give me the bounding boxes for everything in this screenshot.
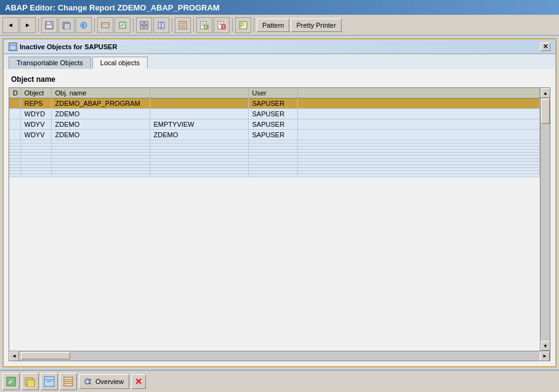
button-7[interactable] (153, 17, 169, 33)
cell-objname: ZDEMO (51, 119, 150, 130)
scroll-track-vertical[interactable] (541, 98, 550, 341)
vertical-scrollbar: ▲ ▼ (540, 88, 550, 351)
svg-rect-12 (145, 22, 148, 25)
table-row[interactable]: WDYD ZDEMO SAPUSER (9, 109, 540, 119)
horizontal-scrollbar: ◄ ► (9, 351, 550, 361)
cell-objname: ZDEMO_ABAP_PROGRAM (51, 98, 150, 109)
toolbar: ◄ ► i (0, 15, 559, 36)
table-scroll[interactable]: D Object Obj. name User (9, 88, 540, 351)
dialog-title-text: Inactive Objects for SAPUSER (20, 43, 117, 50)
cell-col4: EMPTYVIEW (150, 119, 248, 130)
dialog-title-container: Inactive Objects for SAPUSER (9, 42, 117, 51)
icon-3: i (79, 20, 89, 30)
scroll-up-button[interactable]: ▲ (541, 88, 550, 98)
separator-2 (94, 18, 95, 32)
svg-rect-34 (10, 44, 16, 50)
icon-5: ✓ (118, 20, 127, 30)
svg-rect-11 (140, 22, 143, 25)
svg-text:✓: ✓ (120, 22, 125, 28)
table-row-empty (9, 174, 540, 177)
col-header-user: User (248, 88, 297, 98)
pattern-button[interactable]: Pattern (257, 18, 289, 32)
svg-rect-13 (140, 26, 143, 29)
data-table: D Object Obj. name User (9, 88, 540, 177)
svg-rect-15 (158, 22, 161, 28)
cell-objname: ZDEMO (51, 109, 150, 119)
cell-col4 (150, 109, 248, 119)
scroll-thumb-vertical[interactable] (541, 99, 550, 124)
icon-7 (156, 20, 166, 30)
scroll-thumb-horizontal[interactable] (21, 352, 70, 359)
section-header: Object name (9, 74, 550, 85)
separator-5 (193, 18, 194, 32)
button-5[interactable]: ✓ (115, 17, 131, 33)
table-row[interactable]: WDYV ZDEMO EMPTYVIEW SAPUSER (9, 119, 540, 130)
separator-6 (232, 18, 233, 32)
status-btn-4[interactable] (60, 373, 77, 390)
col-header-d: D (9, 88, 20, 98)
overview-button[interactable]: Overview (79, 374, 129, 389)
tab-bar: Transportable Objects Local objects (4, 54, 555, 69)
table-wrapper: D Object Obj. name User (9, 87, 550, 361)
button-10[interactable]: ! (214, 17, 230, 33)
scroll-left-button[interactable]: ◄ (9, 351, 19, 361)
cell-object: WDYV (20, 130, 51, 140)
separator-1 (38, 18, 39, 32)
tab-local[interactable]: Local objects (92, 57, 148, 69)
button-9[interactable]: ✓ (196, 17, 212, 33)
cell-d (9, 98, 20, 109)
cell-user: SAPUSER (248, 130, 297, 140)
svg-rect-14 (145, 26, 148, 29)
cell-user: SAPUSER (248, 119, 297, 130)
back-button[interactable]: ◄ (2, 17, 18, 33)
cell-user: SAPUSER (248, 98, 297, 109)
overview-label: Overview (95, 378, 124, 385)
scroll-right-button[interactable]: ► (540, 351, 550, 361)
table-container: Object name (4, 69, 555, 366)
back-icon: ◄ (6, 20, 15, 30)
scroll-track-horizontal[interactable] (20, 352, 539, 361)
cell-d (9, 119, 20, 130)
icon-4 (100, 20, 110, 30)
button-2[interactable] (58, 17, 74, 33)
svg-text:i: i (82, 23, 84, 28)
icon-9: ✓ (199, 20, 209, 30)
save-button[interactable] (41, 17, 57, 33)
title-bar: ABAP Editor: Change Report ZDEMO_ABAP_PR… (0, 0, 559, 15)
table-row[interactable]: REPS ZDEMO_ABAP_PROGRAM SAPUSER (9, 98, 540, 109)
button-3[interactable]: i (76, 17, 92, 33)
cell-col4 (150, 98, 248, 109)
cell-object: REPS (20, 98, 51, 109)
forward-icon: ► (23, 20, 33, 30)
cell-objname: ZDEMO (51, 130, 150, 140)
status-btn-1[interactable]: ✓ (2, 373, 20, 390)
cell-empty (297, 98, 540, 109)
cell-empty (297, 119, 540, 130)
svg-text:!: ! (223, 24, 225, 30)
button-8[interactable] (175, 17, 191, 33)
cancel-button[interactable]: ✕ (131, 374, 146, 389)
dialog-close-button[interactable]: ✕ (541, 42, 550, 51)
button-6[interactable] (136, 17, 152, 33)
icon-11: P (238, 20, 248, 30)
svg-rect-39 (27, 380, 34, 387)
table-row[interactable]: WDYV ZDEMO ZDEMO SAPUSER (9, 130, 540, 140)
cell-user: SAPUSER (248, 109, 297, 119)
button-11[interactable]: P (235, 17, 251, 33)
status-bar: ✓ Overview ✕ (0, 370, 559, 392)
pretty-printer-button[interactable]: Pretty Printer (291, 18, 341, 32)
dialog-icon (9, 42, 17, 51)
cell-d (9, 109, 20, 119)
scroll-down-button[interactable]: ▼ (541, 341, 550, 351)
forward-button[interactable]: ► (20, 17, 36, 33)
cell-object: WDYD (20, 109, 51, 119)
col-header-4 (150, 88, 248, 98)
col-header-empty (297, 88, 540, 98)
button-4[interactable] (97, 17, 113, 33)
svg-rect-1 (47, 22, 50, 25)
status-btn-3[interactable] (41, 373, 58, 390)
tab-transportable[interactable]: Transportable Objects (9, 57, 91, 69)
icon-6 (139, 20, 149, 30)
status-btn-2[interactable] (22, 373, 39, 390)
title-text: ABAP Editor: Change Report ZDEMO_ABAP_PR… (5, 3, 220, 12)
